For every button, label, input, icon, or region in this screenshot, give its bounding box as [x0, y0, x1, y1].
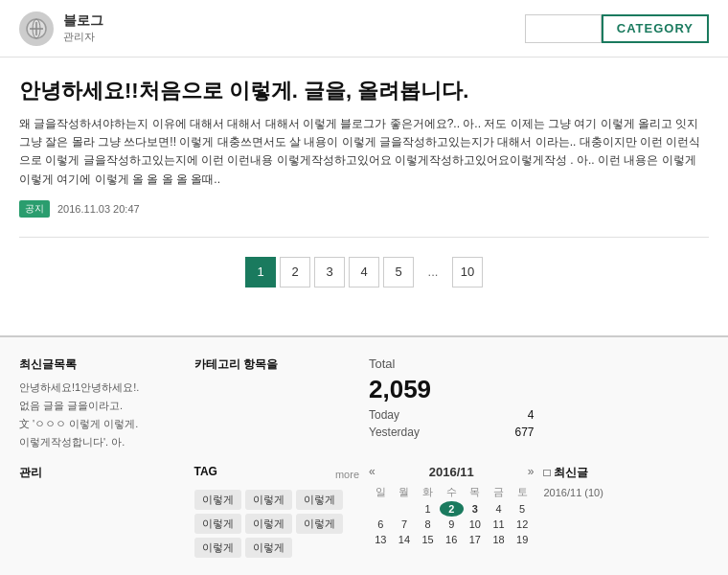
article-body: 왜 글을작성하셔야하는지 이유에 대해서 대해서 대해서 이렇게 블로그가 좋은…	[19, 115, 709, 189]
cal-month-title: 2016/11	[429, 465, 474, 479]
cal-mon: 월	[393, 483, 417, 501]
tag-item-2[interactable]: 이렇게	[245, 490, 292, 510]
tag-item-5[interactable]: 이렇게	[245, 514, 292, 534]
cal-day-13[interactable]: 13	[369, 532, 393, 547]
article-divider	[19, 237, 709, 238]
cal-week-1: 1 2 3 4 5	[369, 501, 535, 517]
total-label: Total	[369, 356, 535, 371]
cal-day-6[interactable]: 6	[369, 517, 393, 532]
recent-date-section: □ 최신글 2016/11 (10)	[544, 465, 710, 558]
cal-day-18[interactable]: 18	[487, 532, 511, 547]
today-stat: Today 4	[369, 408, 535, 422]
categories-section: 카테고리 항목을	[194, 356, 360, 449]
page-5-button[interactable]: 5	[383, 257, 414, 288]
cal-week-2: 6 7 8 9 10 11 12	[369, 517, 535, 532]
cal-day-17[interactable]: 17	[464, 532, 488, 547]
cal-day-19[interactable]: 19	[511, 532, 535, 547]
recent-link-4[interactable]: 이렇게작성합니다'. 아.	[19, 435, 185, 449]
tag-section: TAG more 이렇게 이렇게 이렇게 이렇게 이렇게 이렇게 이렇게 이렇게	[194, 465, 360, 558]
footer-grid-row2: 관리 TAG more 이렇게 이렇게 이렇게 이렇게 이렇게 이렇게 이렇게 …	[19, 465, 709, 558]
cal-day-3[interactable]: 3	[464, 501, 488, 517]
article: 안녕하세요!!처음으로 이렇게. 글을, 올려봅니다. 왜 글을작성하셔야하는지…	[19, 77, 709, 218]
recent-link-1[interactable]: 안녕하세요!1안녕하세요!.	[19, 380, 185, 395]
footer: 최신글목록 안녕하세요!1안녕하세요!. 없음 글을 글을이라고. 文 'ㅇㅇㅇ…	[0, 335, 728, 575]
yesterday-label: Yesterday	[369, 426, 420, 439]
category-button[interactable]: CATEGORY	[602, 14, 709, 43]
tag-item-6[interactable]: 이렇게	[296, 514, 343, 534]
cal-day-7[interactable]: 7	[393, 517, 417, 532]
calendar-header: « 2016/11 »	[369, 465, 535, 479]
recent-link-3[interactable]: 文 'ㅇㅇㅇ 이렇게 이렇게.	[19, 417, 185, 431]
cal-day-10[interactable]: 10	[464, 517, 488, 532]
cal-fri: 금	[487, 483, 511, 501]
cal-thu: 목	[464, 483, 488, 501]
logo-icon	[19, 12, 54, 46]
article-date: 2016.11.03 20:47	[57, 203, 140, 215]
today-label: Today	[369, 408, 399, 422]
cal-day-8[interactable]: 8	[416, 517, 440, 532]
pagination: 1 2 3 4 5 ... 10	[19, 257, 709, 288]
cal-prev[interactable]: «	[369, 465, 375, 478]
calendar-section: « 2016/11 » 일 월 화 수 목 금 토	[369, 465, 535, 558]
tag-more-link[interactable]: more	[335, 469, 359, 480]
yesterday-stat: Yesterday 677	[369, 426, 535, 439]
cal-tue: 화	[416, 483, 440, 501]
cal-day-empty	[393, 501, 417, 517]
tag-grid: 이렇게 이렇게 이렇게 이렇게 이렇게 이렇게 이렇게 이렇게	[194, 490, 360, 558]
footer-grid-row1: 최신글목록 안녕하세요!1안녕하세요!. 없음 글을 글을이라고. 文 'ㅇㅇㅇ…	[19, 356, 709, 449]
cal-day-14[interactable]: 14	[393, 532, 417, 547]
tag-item-1[interactable]: 이렇게	[194, 490, 241, 510]
categories-title: 카테고리 항목을	[194, 356, 360, 373]
cal-sat: 토	[511, 483, 535, 501]
total-section: Total 2,059 Today 4 Yesterday 677	[369, 356, 535, 449]
cal-day-16[interactable]: 16	[440, 532, 464, 547]
cal-wed: 수	[440, 483, 464, 501]
site-subtitle: 관리자	[63, 30, 103, 44]
cal-day-15[interactable]: 15	[416, 532, 440, 547]
site-info: 블로그 관리자	[63, 12, 103, 44]
page-3-button[interactable]: 3	[314, 257, 345, 288]
cal-day-4[interactable]: 4	[487, 501, 511, 517]
article-title: 안녕하세요!!처음으로 이렇게. 글을, 올려봅니다.	[19, 77, 709, 105]
tag-section-title: TAG	[194, 465, 217, 478]
recent-link-2[interactable]: 없음 글을 글을이라고.	[19, 399, 185, 413]
page-1-button[interactable]: 1	[245, 257, 276, 288]
today-value: 4	[528, 408, 535, 422]
recent-date-label[interactable]: 2016/11 (10)	[544, 487, 710, 498]
tag-item-8[interactable]: 이렇게	[245, 538, 292, 558]
recent-posts-title: 최신글목록	[19, 356, 185, 373]
article-tag[interactable]: 공지	[19, 200, 50, 218]
calendar-table: 일 월 화 수 목 금 토 1 2 3	[369, 483, 535, 547]
tag-item-3[interactable]: 이렇게	[296, 490, 343, 510]
logo-area: 블로그 관리자	[19, 12, 103, 46]
cal-day-9[interactable]: 9	[440, 517, 464, 532]
page-10-button[interactable]: 10	[452, 257, 483, 288]
cal-day-2[interactable]: 2	[440, 501, 464, 517]
main-content: 안녕하세요!!처음으로 이렇게. 글을, 올려봅니다. 왜 글을작성하셔야하는지…	[0, 58, 728, 335]
page-dots: ...	[418, 257, 448, 288]
cal-day-12[interactable]: 12	[511, 517, 535, 532]
search-input[interactable]	[525, 14, 602, 43]
footer-col4	[544, 356, 710, 449]
manage-title: 관리	[19, 465, 185, 481]
cal-day-5[interactable]: 5	[511, 501, 535, 517]
total-number: 2,059	[369, 375, 535, 404]
page-4-button[interactable]: 4	[349, 257, 379, 288]
manage-section: 관리	[19, 465, 185, 558]
cal-week-3: 13 14 15 16 17 18 19	[369, 532, 535, 547]
article-meta: 공지 2016.11.03 20:47	[19, 200, 709, 218]
cal-next[interactable]: »	[528, 465, 535, 478]
recent-posts-links: 안녕하세요!1안녕하세요!. 없음 글을 글을이라고. 文 'ㅇㅇㅇ 이렇게 이…	[19, 380, 185, 449]
yesterday-value: 677	[514, 426, 534, 439]
tag-item-4[interactable]: 이렇게	[194, 514, 241, 534]
cal-day-empty	[369, 501, 393, 517]
cal-sun: 일	[369, 483, 393, 501]
site-title: 블로그	[63, 12, 103, 30]
recent-date-section-title: □ 최신글	[544, 465, 710, 481]
cal-day-1[interactable]: 1	[416, 501, 440, 517]
cal-day-11[interactable]: 11	[487, 517, 511, 532]
page-2-button[interactable]: 2	[280, 257, 310, 288]
recent-posts-section: 최신글목록 안녕하세요!1안녕하세요!. 없음 글을 글을이라고. 文 'ㅇㅇㅇ…	[19, 356, 185, 449]
tag-item-7[interactable]: 이렇게	[194, 538, 241, 558]
header: 블로그 관리자 CATEGORY	[0, 0, 728, 58]
